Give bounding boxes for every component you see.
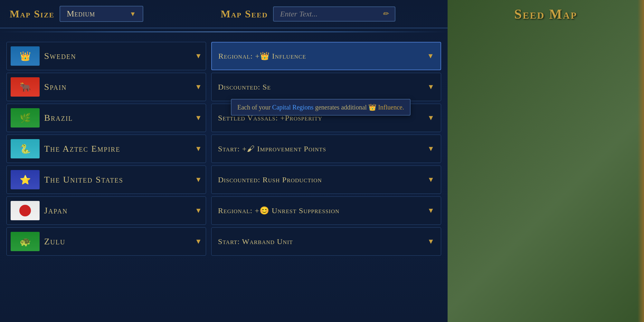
flag-spain: 🐂 bbox=[11, 77, 40, 97]
ability-list: Regional: +👑 Influence ▼ Discounted: Se … bbox=[211, 42, 441, 316]
map-size-arrow-icon: ▼ bbox=[129, 10, 136, 18]
ability-row-zulu[interactable]: Start: Warband Unit ▼ bbox=[211, 227, 441, 256]
tooltip-capital-regions: Capital Regions bbox=[272, 104, 313, 111]
content-area: 👑 Sweden ▼ 🐂 Spain ▼ 🌿 Brazil ▼ bbox=[0, 35, 448, 322]
tooltip-influence-text: Influence. bbox=[378, 104, 404, 111]
us-flag-icon: ⭐ bbox=[20, 175, 31, 185]
flag-brazil: 🌿 bbox=[11, 108, 40, 128]
japan-ability-arrow: ▼ bbox=[427, 206, 434, 215]
civ-name-sweden: Sweden bbox=[44, 51, 190, 61]
ability-row-aztec[interactable]: Start: +🖌 Improvement Points ▼ bbox=[211, 135, 441, 163]
ability-row-us[interactable]: Discounted: Rush Production ▼ bbox=[211, 166, 441, 194]
map-size-section: Map Size Medium ▼ bbox=[10, 6, 143, 22]
map-preview-image bbox=[448, 0, 644, 322]
civ-name-spain: Spain bbox=[44, 82, 190, 92]
brazil-flag-icon: 🌿 bbox=[20, 113, 31, 123]
ability-text-aztec: Start: +🖌 Improvement Points bbox=[218, 144, 424, 153]
brazil-ability-arrow: ▼ bbox=[427, 114, 434, 122]
edit-icon: ✏ bbox=[383, 10, 388, 18]
tooltip-influence-icon: 👑 bbox=[368, 104, 376, 111]
ability-text-zulu: Start: Warband Unit bbox=[218, 237, 424, 246]
ability-text-japan: Regional: +😊 Unrest Suppression bbox=[218, 206, 424, 215]
map-preview-panel: Seed Map bbox=[448, 0, 644, 322]
civ-row-japan[interactable]: Japan ▼ bbox=[6, 196, 206, 225]
spain-dropdown-arrow: ▼ bbox=[195, 83, 202, 91]
right-edge-decoration bbox=[638, 0, 644, 322]
map-seed-section: Map Seed Enter Text... ✏ bbox=[221, 6, 395, 22]
civ-name-brazil: Brazil bbox=[44, 113, 190, 123]
civ-row-us[interactable]: ⭐ The United States ▼ bbox=[6, 166, 206, 194]
flag-sweden: 👑 bbox=[11, 46, 40, 66]
sweden-ability-arrow: ▼ bbox=[427, 52, 434, 60]
civ-row-zulu[interactable]: 🐢 Zulu ▼ bbox=[6, 227, 206, 256]
flag-japan bbox=[11, 201, 40, 220]
ability-row-spain[interactable]: Discounted: Se ▼ Each of your Capital Re… bbox=[211, 73, 441, 101]
ability-row-sweden[interactable]: Regional: +👑 Influence ▼ bbox=[211, 42, 441, 70]
ability-text-sweden: Regional: +👑 Influence bbox=[218, 52, 424, 61]
sweden-flag-icon: 👑 bbox=[20, 51, 31, 62]
ability-text-us: Discounted: Rush Production bbox=[218, 175, 424, 184]
header-divider bbox=[0, 32, 448, 32]
seed-map-label: Seed Map bbox=[508, 0, 584, 28]
civ-name-japan: Japan bbox=[44, 205, 190, 216]
spain-flag-icon: 🐂 bbox=[20, 82, 31, 92]
flag-zulu: 🐢 bbox=[11, 232, 40, 251]
flag-us: ⭐ bbox=[11, 170, 40, 189]
brazil-dropdown-arrow: ▼ bbox=[195, 114, 202, 122]
civ-row-spain[interactable]: 🐂 Spain ▼ bbox=[6, 73, 206, 101]
map-seed-label: Map Seed bbox=[221, 8, 268, 20]
aztec-flag-icon: 🐍 bbox=[20, 144, 31, 154]
map-size-dropdown[interactable]: Medium ▼ bbox=[60, 6, 143, 22]
map-seed-placeholder: Enter Text... bbox=[280, 10, 317, 18]
tooltip-text-before: Each of your bbox=[237, 104, 272, 111]
main-panel: Map Size Medium ▼ Map Seed Enter Text...… bbox=[0, 0, 448, 322]
sweden-dropdown-arrow: ▼ bbox=[195, 52, 202, 60]
flag-aztec: 🐍 bbox=[11, 139, 40, 158]
aztec-dropdown-arrow: ▼ bbox=[195, 145, 202, 153]
japan-dropdown-arrow: ▼ bbox=[195, 206, 202, 215]
map-size-label: Map Size bbox=[10, 8, 54, 20]
civ-row-aztec[interactable]: 🐍 The Aztec Empire ▼ bbox=[6, 135, 206, 163]
ability-text-spain: Discounted: Se bbox=[218, 83, 424, 91]
zulu-ability-arrow: ▼ bbox=[427, 237, 434, 246]
zulu-dropdown-arrow: ▼ bbox=[195, 237, 202, 246]
civ-name-us: The United States bbox=[44, 175, 190, 185]
civ-row-sweden[interactable]: 👑 Sweden ▼ bbox=[6, 42, 206, 70]
ability-tooltip: Each of your Capital Regions generates a… bbox=[231, 99, 411, 116]
civ-row-brazil[interactable]: 🌿 Brazil ▼ bbox=[6, 104, 206, 132]
tooltip-text-middle: generates additional bbox=[315, 104, 369, 111]
aztec-ability-arrow: ▼ bbox=[427, 145, 434, 153]
header: Map Size Medium ▼ Map Seed Enter Text...… bbox=[0, 0, 448, 28]
zulu-flag-icon: 🐢 bbox=[20, 236, 31, 247]
ability-row-japan[interactable]: Regional: +😊 Unrest Suppression ▼ bbox=[211, 196, 441, 225]
map-size-value: Medium bbox=[67, 9, 95, 19]
civ-name-aztec: The Aztec Empire bbox=[44, 144, 190, 154]
japan-circle-icon bbox=[19, 205, 31, 216]
us-ability-arrow: ▼ bbox=[427, 175, 434, 184]
us-dropdown-arrow: ▼ bbox=[195, 175, 202, 184]
civilization-list: 👑 Sweden ▼ 🐂 Spain ▼ 🌿 Brazil ▼ bbox=[6, 42, 206, 316]
map-seed-input[interactable]: Enter Text... ✏ bbox=[273, 6, 395, 22]
civ-name-zulu: Zulu bbox=[44, 236, 190, 247]
spain-ability-arrow: ▼ bbox=[427, 83, 434, 91]
